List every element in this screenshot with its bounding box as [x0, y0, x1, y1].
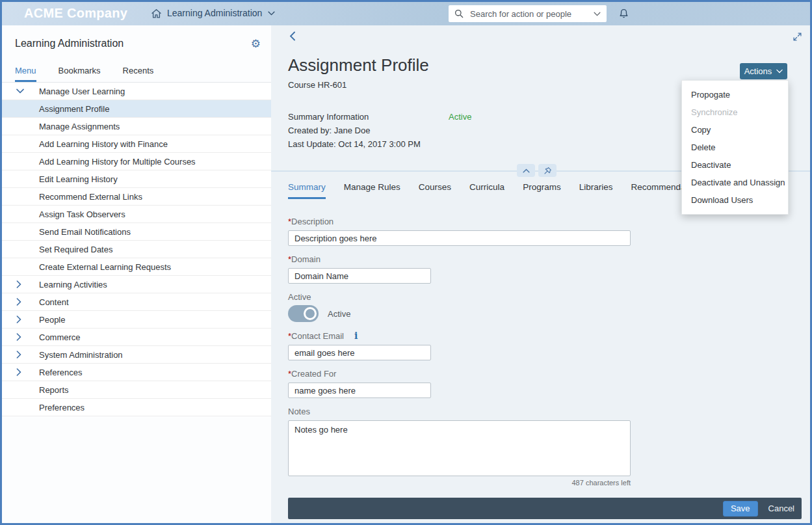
footer-action-bar: Save Cancel: [288, 498, 802, 519]
domain-label: *Domain: [288, 254, 639, 264]
info-icon[interactable]: i: [354, 330, 358, 341]
search-icon: [454, 9, 464, 18]
home-icon[interactable]: [151, 8, 162, 18]
chevron-down-icon[interactable]: [594, 12, 601, 16]
summary-form: *Description *Domain Active Active *Cont…: [288, 217, 639, 487]
sidebar-item-send-email-notifications[interactable]: Send Email Notifications: [2, 223, 271, 241]
pin-header-button[interactable]: [538, 164, 557, 177]
sidebar-item-assign-task-observers[interactable]: Assign Task Observers: [2, 206, 271, 223]
page-title: Assignment Profile: [288, 55, 429, 75]
summary-information-label: Summary Information: [288, 112, 369, 122]
sidebar-item-add-learning-history-multiple-courses[interactable]: Add Learning History for Multiple Course…: [2, 153, 271, 170]
active-state-label: Active: [328, 309, 350, 319]
last-update-text: Last Update: Oct 14, 2017 3:00 PM: [288, 139, 421, 149]
toggle-knob: [304, 307, 317, 320]
sidebar-tabs: Menu Bookmarks Recents: [2, 49, 271, 82]
chevron-right-icon: [16, 276, 21, 293]
module-switcher[interactable]: Learning Administration: [167, 8, 275, 18]
sidebar-item-references[interactable]: References: [2, 364, 271, 381]
chevron-down-icon: [16, 83, 24, 100]
menu-item-synchronize: Synchronize: [682, 103, 788, 121]
created-for-input[interactable]: [288, 383, 431, 398]
sidebar-item-manage-user-learning[interactable]: Manage User Learning: [2, 83, 271, 100]
created-for-label: *Created For: [288, 369, 639, 379]
sidebar-item-assignment-profile[interactable]: Assignment Profile: [2, 100, 271, 118]
chevron-right-icon: [16, 329, 21, 345]
search-input[interactable]: [469, 8, 588, 20]
active-toggle[interactable]: [288, 305, 319, 322]
chevron-right-icon: [16, 346, 21, 363]
sidebar-item-create-external-learning-requests[interactable]: Create External Learning Requests: [2, 258, 271, 276]
collapse-header-button[interactable]: [517, 164, 535, 177]
menu-item-download-users[interactable]: Download Users: [682, 191, 788, 209]
sidebar: Learning Administration ⚙ Menu Bookmarks…: [2, 25, 271, 523]
module-switcher-label: Learning Administration: [167, 8, 262, 18]
sidebar-item-people[interactable]: People: [2, 311, 271, 329]
chevron-right-icon: [16, 364, 21, 381]
notes-label: Notes: [288, 407, 639, 416]
gear-icon[interactable]: ⚙: [251, 38, 261, 49]
sidebar-title: Learning Administration: [15, 38, 124, 49]
domain-input[interactable]: [288, 268, 431, 284]
back-icon[interactable]: [289, 31, 296, 41]
tab-libraries[interactable]: Libraries: [579, 182, 613, 199]
company-logo: ACME Company: [24, 6, 127, 21]
app-window: ACME Company Learning Administration: [0, 0, 812, 525]
sidebar-item-add-learning-history-with-finance[interactable]: Add Learning History with Finance: [2, 135, 271, 153]
top-bar: ACME Company Learning Administration: [2, 2, 810, 25]
sidebar-menu: Manage User Learning Assignment Profile …: [2, 82, 271, 416]
content-tabs: Summary Manage Rules Courses Curricula P…: [288, 182, 704, 199]
created-by-text: Created by: Jane Doe: [288, 126, 370, 135]
notes-textarea[interactable]: Notes go here: [288, 420, 631, 476]
tab-summary[interactable]: Summary: [288, 182, 326, 199]
chevron-right-icon: [16, 293, 21, 310]
global-search[interactable]: [449, 5, 607, 22]
description-input[interactable]: [288, 230, 631, 246]
sidebar-item-edit-learning-history[interactable]: Edit Learning History: [2, 170, 271, 188]
menu-item-deactivate[interactable]: Deactivate: [682, 156, 788, 174]
sidebar-item-reports[interactable]: Reports: [2, 381, 271, 399]
sidebar-item-learning-activities[interactable]: Learning Activities: [2, 276, 271, 293]
chevron-right-icon: [16, 311, 21, 328]
tab-manage-rules[interactable]: Manage Rules: [344, 182, 400, 199]
sidebar-item-manage-assignments[interactable]: Manage Assignments: [2, 118, 271, 135]
menu-item-delete[interactable]: Delete: [682, 139, 788, 156]
menu-item-copy[interactable]: Copy: [682, 121, 788, 139]
sidebar-item-set-required-dates[interactable]: Set Required Dates: [2, 241, 271, 258]
notifications-bell-icon[interactable]: [618, 7, 629, 19]
description-label: *Description: [288, 217, 639, 226]
sidebar-item-recommend-external-links[interactable]: Recommend External Links: [2, 188, 271, 206]
menu-item-deactivate-and-unassign[interactable]: Deactivate and Unassign: [682, 174, 788, 191]
tab-programs[interactable]: Programs: [523, 182, 561, 199]
tab-courses[interactable]: Courses: [419, 182, 451, 199]
status-badge: Active: [449, 112, 471, 122]
save-button[interactable]: Save: [723, 501, 758, 517]
menu-item-propogate[interactable]: Propogate: [682, 86, 788, 103]
tab-menu[interactable]: Menu: [15, 66, 36, 82]
actions-dropdown-menu: Propogate Synchronize Copy Delete Deacti…: [681, 80, 789, 215]
actions-button[interactable]: Actions: [740, 63, 787, 79]
sidebar-item-commerce[interactable]: Commerce: [2, 329, 271, 346]
tab-bookmarks[interactable]: Bookmarks: [59, 66, 101, 82]
page-subtitle: Course HR-601: [288, 80, 347, 90]
contact-email-label: *Contact Email i: [288, 330, 639, 341]
cancel-button[interactable]: Cancel: [768, 504, 794, 513]
sidebar-item-content[interactable]: Content: [2, 293, 271, 311]
chevron-down-icon: [776, 69, 783, 74]
main-panel: Assignment Profile Course HR-601 Summary…: [271, 25, 810, 523]
tab-recents[interactable]: Recents: [123, 66, 154, 82]
chevron-down-icon: [268, 11, 275, 16]
tab-curricula[interactable]: Curricula: [469, 182, 504, 199]
contact-email-input[interactable]: [288, 345, 431, 360]
sidebar-item-preferences[interactable]: Preferences: [2, 399, 271, 416]
characters-left-counter: 487 characters left: [288, 479, 631, 487]
active-label: Active: [288, 292, 639, 302]
sidebar-item-system-administration[interactable]: System Administration: [2, 346, 271, 364]
fullscreen-icon[interactable]: [793, 33, 802, 41]
